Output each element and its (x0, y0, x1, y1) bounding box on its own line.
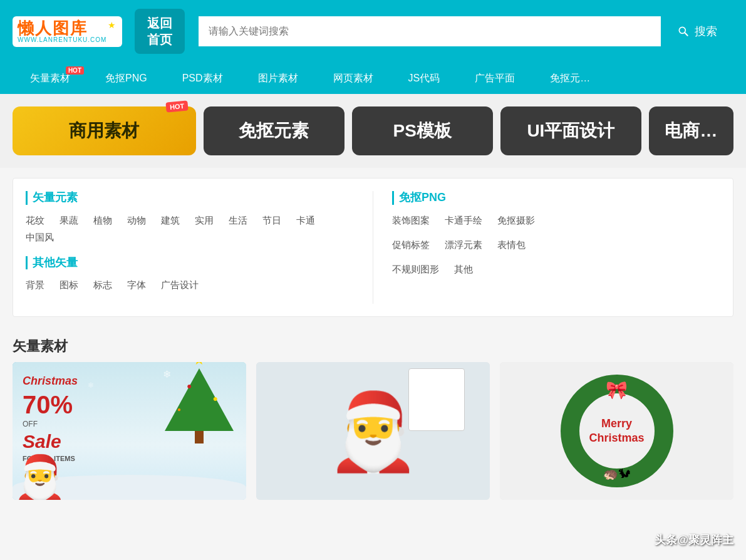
tag-addesign[interactable]: 广告设计 (161, 279, 199, 291)
tag-chinese[interactable]: 中国风 (26, 232, 54, 244)
nav-item-cutout[interactable]: 免抠元… (532, 63, 608, 94)
nav-label-png: 免抠PNG (105, 72, 147, 85)
tag-logo[interactable]: 标志 (93, 279, 112, 291)
dropdown-section: 矢量元素 花纹 果蔬 植物 动物 建筑 实用 生活 节日 卡通 中国风 其他矢量… (13, 178, 733, 317)
header: 懒人图库 WWW.LANRENTUKU.COM ★ 返回首页 搜索 (0, 0, 746, 63)
back-home-button[interactable]: 返回首页 (135, 9, 185, 54)
tag-font[interactable]: 字体 (127, 279, 146, 291)
search-icon (677, 25, 690, 38)
tree-decoration: ★ ● ● ● (165, 368, 234, 443)
nav-item-web[interactable]: 网页素材 (316, 63, 391, 94)
tag-photo-cutout[interactable]: 免抠摄影 (497, 215, 535, 227)
nav-label-web: 网页素材 (333, 72, 373, 85)
card-santa-sign[interactable]: 🎅 (256, 362, 490, 500)
cat-label-cutout: 免抠元素 (239, 119, 309, 143)
logo-text: 懒人图库 WWW.LANRENTUKU.COM (18, 20, 106, 43)
svg-line-1 (685, 33, 688, 36)
sale-label: Sale (23, 431, 61, 452)
png-section-title: 免抠PNG (392, 191, 720, 205)
cat-btn-ps[interactable]: PS模板 (352, 106, 493, 155)
hot-badge-vector: HOT (66, 66, 84, 75)
nav-label-js: JS代码 (408, 72, 440, 85)
nav-label-image: 图片素材 (258, 72, 298, 85)
logo-star: ★ (108, 20, 116, 30)
nav-item-psd[interactable]: PSD素材 (165, 63, 241, 94)
other-vector-title: 其他矢量 (26, 256, 354, 270)
card-santa-sign-inner: 🎅 (256, 362, 490, 500)
tag-holiday[interactable]: 节日 (262, 215, 281, 227)
nav-label-cutout: 免抠元… (550, 72, 590, 85)
category-section: 商用素材 HOT 免抠元素 PS模板 UI平面设计 电商… (0, 94, 746, 168)
cat-btn-ui[interactable]: UI平面设计 (500, 106, 641, 155)
card2-background: 🎅 (256, 362, 490, 500)
hot-badge-commercial: HOT (166, 100, 189, 112)
nav-item-ad[interactable]: 广告平面 (457, 63, 532, 94)
dropdown-vector: 矢量元素 花纹 果蔬 植物 动物 建筑 实用 生活 节日 卡通 中国风 其他矢量… (26, 191, 373, 304)
tag-emoji[interactable]: 表情包 (497, 239, 526, 251)
tag-floating[interactable]: 漂浮元素 (445, 239, 482, 251)
search-button[interactable]: 搜索 (661, 15, 733, 48)
cat-btn-cutout[interactable]: 免抠元素 (204, 106, 345, 155)
nav-label-psd: PSD素材 (182, 72, 223, 85)
tag-fruits[interactable]: 果蔬 (60, 215, 78, 227)
christmas-label: Christmas (23, 375, 78, 388)
snowflake1: ❄ (163, 368, 171, 380)
santa-figure: 🎅 (13, 456, 67, 500)
tag-handdrawn[interactable]: 卡通手绘 (445, 215, 482, 227)
tag-animals[interactable]: 动物 (127, 215, 146, 227)
search-area: 搜索 (197, 15, 733, 48)
card-christmas-sale-inner: ★ ● ● ● Christmas 70% OFF Sale FOR ALL I… (13, 362, 246, 500)
tag-cartoon[interactable]: 卡通 (296, 215, 315, 227)
nav-item-vector[interactable]: 矢量素材 HOT (13, 63, 88, 94)
search-input[interactable] (197, 15, 661, 48)
tag-bg[interactable]: 背景 (26, 279, 44, 291)
card-merry-christmas[interactable]: MerryChristmas 🎀 🦔🐿 (500, 362, 733, 500)
cat-label-ps: PS模板 (393, 119, 452, 143)
snowflake2: ❄ (88, 381, 94, 390)
vector-section-heading: 矢量素材 (0, 327, 746, 362)
tag-life[interactable]: 生活 (229, 215, 247, 227)
png-tags-row3: 不规则图形 其他 (392, 264, 720, 276)
tag-decoration[interactable]: 装饰图案 (392, 215, 430, 227)
nav-item-image[interactable]: 图片素材 (241, 63, 316, 94)
nav-label-vector: 矢量素材 (30, 72, 70, 85)
off-label: OFF (23, 420, 38, 428)
wreath-critters: 🦔🐿 (603, 466, 631, 481)
merry-christmas-text: MerryChristmas (589, 417, 644, 446)
cat-btn-ecommerce[interactable]: 电商… (649, 106, 733, 155)
other-vector-tags: 背景 图标 标志 字体 广告设计 (26, 279, 354, 291)
tag-architecture[interactable]: 建筑 (161, 215, 180, 227)
navbar: 矢量素材 HOT 免抠PNG PSD素材 图片素材 网页素材 JS代码 广告平面… (0, 63, 746, 94)
tag-floral[interactable]: 花纹 (26, 215, 44, 227)
santa-figure2: 🎅 (326, 393, 420, 469)
nav-item-js[interactable]: JS代码 (391, 63, 458, 94)
cat-label-ecommerce: 电商… (665, 119, 717, 143)
blank-sign (408, 368, 465, 431)
tag-promo[interactable]: 促销标签 (392, 239, 430, 251)
vector-section-title: 矢量元素 (26, 191, 354, 205)
cat-btn-commercial[interactable]: 商用素材 HOT (13, 106, 196, 155)
logo-subtitle: WWW.LANRENTUKU.COM (18, 36, 106, 43)
cat-label-ui: UI平面设计 (527, 119, 614, 143)
logo[interactable]: 懒人图库 WWW.LANRENTUKU.COM ★ (13, 16, 122, 47)
tag-plants[interactable]: 植物 (93, 215, 112, 227)
wreath-bow: 🎀 (606, 380, 628, 400)
search-btn-label: 搜索 (695, 24, 717, 39)
png-tags-row2: 促销标签 漂浮元素 表情包 (392, 239, 720, 251)
dropdown-png: 免抠PNG 装饰图案 卡通手绘 免抠摄影 促销标签 漂浮元素 表情包 不规则图形… (373, 191, 720, 304)
tag-other[interactable]: 其他 (454, 264, 473, 276)
card-christmas-sale[interactable]: ★ ● ● ● Christmas 70% OFF Sale FOR ALL I… (13, 362, 246, 500)
image-grid: ★ ● ● ● Christmas 70% OFF Sale FOR ALL I… (0, 362, 746, 512)
tag-icon[interactable]: 图标 (60, 279, 78, 291)
card-merry-christmas-inner: MerryChristmas 🎀 🦔🐿 (500, 362, 733, 500)
nav-label-ad: 广告平面 (475, 72, 515, 85)
vector-tags: 花纹 果蔬 植物 动物 建筑 实用 生活 节日 卡通 中国风 (26, 215, 354, 244)
tag-irregular[interactable]: 不规则图形 (392, 264, 439, 276)
percent-label: 70% (23, 392, 73, 417)
christmas-wreath: MerryChristmas 🎀 🦔🐿 (561, 375, 673, 487)
tag-practical[interactable]: 实用 (195, 215, 214, 227)
logo-chinese: 懒人图库 (18, 20, 88, 36)
nav-item-png[interactable]: 免抠PNG (88, 63, 165, 94)
cat-label-commercial: 商用素材 (69, 119, 139, 143)
card1-background: ★ ● ● ● Christmas 70% OFF Sale FOR ALL I… (13, 362, 246, 500)
